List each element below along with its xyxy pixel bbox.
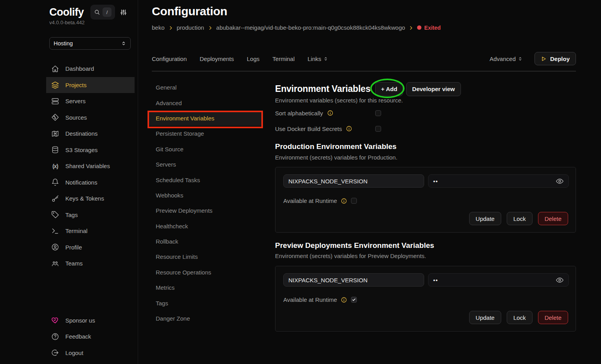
- search-icon: [94, 9, 100, 15]
- status-badge: Exited: [417, 25, 441, 31]
- env-var-value-input[interactable]: ••: [428, 174, 569, 188]
- sidebar-footer: Sponsor us Feedback Logout: [46, 312, 135, 361]
- subnav-resource-limits[interactable]: Resource Limits: [148, 249, 263, 264]
- sort-alphabetically-checkbox[interactable]: [375, 110, 381, 116]
- server-icon: [51, 97, 59, 105]
- sidebar-item-terminal[interactable]: Terminal: [46, 223, 135, 239]
- sidebar-item-profile[interactable]: Profile: [46, 239, 135, 256]
- breadcrumb-resource[interactable]: abubakar--meigag/vid-tube-beko-pro:main-…: [216, 24, 405, 31]
- page-title: Configuration: [152, 5, 227, 18]
- status-dot: [417, 25, 421, 30]
- bell-icon: [51, 178, 59, 186]
- tab-terminal[interactable]: Terminal: [272, 56, 295, 62]
- sort-alphabetically-label: Sort alphabetically: [275, 110, 323, 117]
- info-icon: [346, 126, 352, 132]
- sidebar-item-label: Keys & Tokens: [65, 195, 104, 202]
- chevron-right-icon: [408, 25, 414, 30]
- subnav-servers[interactable]: Servers: [148, 157, 263, 172]
- info-icon: [341, 297, 347, 303]
- subnav-danger-zone[interactable]: Danger Zone: [148, 311, 263, 326]
- subnav-scheduled-tasks[interactable]: Scheduled Tasks: [148, 172, 263, 187]
- developer-view-button[interactable]: Developer view: [406, 82, 461, 96]
- sidebar-item-sources[interactable]: Sources: [46, 109, 135, 126]
- chevron-up-down-icon: [121, 41, 126, 46]
- subnav-resource-operations[interactable]: Resource Operations: [148, 265, 263, 280]
- eye-icon[interactable]: [556, 276, 564, 284]
- update-button[interactable]: Update: [469, 212, 501, 225]
- available-at-runtime-label: Available at Runtime: [283, 197, 337, 204]
- sidebar-item-projects[interactable]: Projects: [46, 77, 135, 93]
- sidebar-item-logout[interactable]: Logout: [46, 345, 135, 361]
- advanced-dropdown[interactable]: Advanced: [489, 56, 523, 62]
- subnav-healthcheck[interactable]: Healthcheck: [148, 219, 263, 234]
- available-at-runtime-label: Available at Runtime: [283, 296, 337, 303]
- available-at-runtime-row: Available at Runtime: [283, 197, 357, 204]
- add-env-var-button[interactable]: + Add: [375, 82, 403, 96]
- subnav-rollback[interactable]: Rollback: [148, 234, 263, 249]
- sidebar-item-feedback[interactable]: Feedback: [46, 328, 135, 345]
- sidebar-item-label: Projects: [65, 82, 86, 88]
- database-icon: [51, 146, 59, 154]
- tab-deployments[interactable]: Deployments: [200, 56, 234, 62]
- sidebar-item-destinations[interactable]: Destinations: [46, 126, 135, 142]
- docker-build-secrets-row: Use Docker Build Secrets: [275, 124, 576, 133]
- subnav-preview-deployments[interactable]: Preview Deployments: [148, 203, 263, 218]
- lock-button[interactable]: Lock: [507, 311, 533, 324]
- tab-logs[interactable]: Logs: [247, 56, 260, 62]
- sidebar-item-label: Sponsor us: [65, 317, 95, 324]
- breadcrumb-team[interactable]: beko: [152, 24, 165, 31]
- delete-button[interactable]: Delete: [538, 311, 568, 324]
- sidebar-item-sponsor[interactable]: Sponsor us: [46, 312, 135, 329]
- docker-build-secrets-label: Use Docker Build Secrets: [275, 126, 342, 132]
- tab-links[interactable]: Links: [308, 56, 328, 62]
- available-at-runtime-checkbox[interactable]: [351, 198, 357, 204]
- subnav-webhooks[interactable]: Webhooks: [148, 188, 263, 203]
- user-circle-icon: [51, 243, 59, 251]
- sidebar-item-notifications[interactable]: Notifications: [46, 174, 135, 191]
- env-var-value-input[interactable]: ••: [428, 273, 569, 287]
- docker-build-secrets-checkbox[interactable]: [375, 126, 381, 132]
- sidebar-item-label: Shared Variables: [65, 163, 110, 169]
- sidebar-item-tags[interactable]: Tags: [46, 207, 135, 223]
- settings-sliders-icon[interactable]: [120, 9, 127, 16]
- delete-button[interactable]: Delete: [538, 212, 568, 225]
- status-label: Exited: [424, 25, 441, 31]
- subnav-metrics[interactable]: Metrics: [148, 280, 263, 295]
- tab-configuration[interactable]: Configuration: [152, 56, 187, 62]
- sidebar-item-dashboard[interactable]: Dashboard: [46, 61, 135, 77]
- breadcrumb-environment[interactable]: production: [177, 24, 204, 31]
- logout-icon: [51, 349, 59, 357]
- eye-icon[interactable]: [556, 177, 564, 185]
- chevron-right-icon: [208, 25, 213, 30]
- sidebar-item-s3-storages[interactable]: S3 Storages: [46, 142, 135, 158]
- sidebar-item-shared-variables[interactable]: (x) Shared Variables: [46, 158, 135, 174]
- app-version: v4.0.0-beta.442: [49, 20, 85, 25]
- sort-alphabetically-row: Sort alphabetically: [275, 108, 576, 118]
- deploy-button[interactable]: Deploy: [534, 52, 576, 65]
- search-button[interactable]: /: [90, 5, 115, 20]
- subnav-general[interactable]: General: [148, 80, 263, 95]
- sidebar-item-servers[interactable]: Servers: [46, 93, 135, 109]
- subnav-git-source[interactable]: Git Source: [148, 142, 263, 157]
- env-var-key-input[interactable]: NIXPACKS_NODE_VERSION: [283, 174, 424, 188]
- subnav-tags[interactable]: Tags: [148, 295, 263, 310]
- preview-section-title: Preview Deployments Environment Variable…: [275, 241, 576, 251]
- available-at-runtime-checkbox[interactable]: [351, 297, 357, 303]
- env-vars-content: Environment Variables + Add Developer vi…: [275, 82, 576, 332]
- deploy-button-label: Deploy: [550, 56, 570, 62]
- terminal-icon: [51, 227, 59, 235]
- home-icon: [51, 65, 59, 73]
- subnav-environment-variables[interactable]: Environment Variables: [148, 111, 263, 126]
- env-var-key-input[interactable]: NIXPACKS_NODE_VERSION: [283, 273, 424, 287]
- subnav-advanced[interactable]: Advanced: [148, 95, 263, 110]
- preview-env-var-card: NIXPACKS_NODE_VERSION •• Available at Ru…: [275, 266, 576, 332]
- subnav-persistent-storage[interactable]: Persistent Storage: [148, 126, 263, 141]
- lock-button[interactable]: Lock: [507, 212, 533, 225]
- key-icon: [51, 195, 59, 203]
- sidebar-item-teams[interactable]: Teams: [46, 255, 135, 272]
- config-subnav: General Advanced Environment Variables P…: [148, 80, 263, 326]
- sidebar-item-keys-tokens[interactable]: Keys & Tokens: [46, 190, 135, 207]
- masked-value: ••: [433, 178, 438, 185]
- update-button[interactable]: Update: [469, 311, 501, 324]
- team-select[interactable]: Hosting: [49, 37, 131, 50]
